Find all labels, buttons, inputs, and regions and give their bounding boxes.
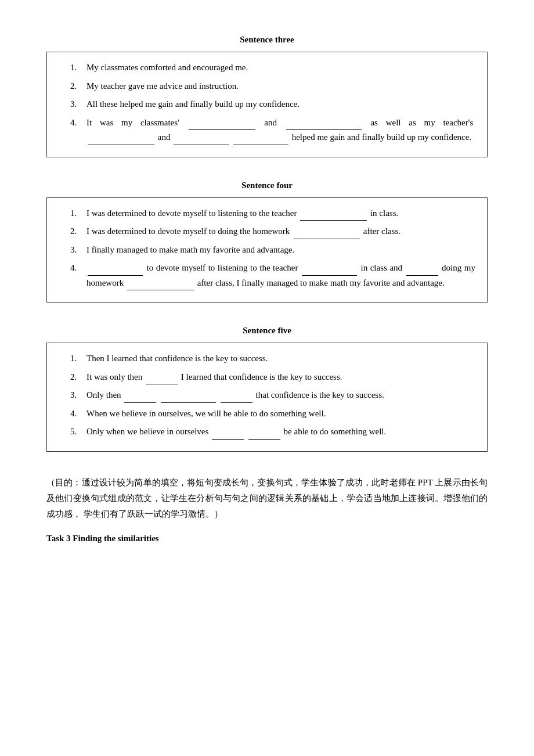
list-item: When we believe in ourselves, we will be… [70,406,475,422]
blank [406,267,438,276]
task3-title: Task 3 Finding the similarities [46,534,488,543]
sentence-four-section: Sentence four I was determined to devote… [46,181,488,303]
note-text: （目的：通过设计较为简单的填空，将短句变成长句，变换句式，学生体验了成功，此时老… [46,478,488,519]
item-text: Only when we believe in ourselves be abl… [86,424,475,440]
blank [300,212,367,221]
sentence-four-list: I was determined to devote myself to lis… [59,206,475,291]
item-text: When we believe in ourselves, we will be… [86,406,475,422]
list-item: It was only then I learned that confiden… [70,370,475,385]
list-item: Only then that confidence is the key to … [70,388,475,403]
blank [233,136,288,145]
blank [221,394,252,403]
item-text: My teacher gave me advice and instructio… [86,79,475,94]
blank [286,121,362,130]
sentence-five-title: Sentence five [46,326,488,336]
list-item: My classmates comforted and encouraged m… [70,60,475,75]
sentence-four-box: I was determined to devote myself to lis… [46,197,488,303]
blank [212,431,244,440]
blank [88,136,154,145]
item-text: It was my classmates' and as well as my … [86,116,475,145]
list-item: to devote myself to listening to the tea… [70,261,475,290]
blank [146,376,178,384]
list-item: I was determined to devote myself to lis… [70,206,475,221]
list-item: It was my classmates' and as well as my … [70,116,475,145]
item-text: All these helped me gain and finally bui… [86,97,475,112]
item-text: I was determined to devote myself to doi… [86,224,475,239]
item-text: I was determined to devote myself to lis… [86,206,475,221]
sentence-five-list: Then I learned that confidence is the ke… [59,351,475,440]
item-text: to devote myself to listening to the tea… [86,261,475,290]
sentence-four-title: Sentence four [46,181,488,190]
item-text: Only then that confidence is the key to … [86,388,475,403]
item-text: It was only then I learned that confiden… [86,370,475,385]
sentence-three-list: My classmates comforted and encouraged m… [59,60,475,145]
sentence-five-section: Sentence five Then I learned that confid… [46,326,488,452]
sentence-three-title: Sentence three [46,35,488,45]
item-text: Then I learned that confidence is the ke… [86,351,475,366]
list-item: I was determined to devote myself to doi… [70,224,475,239]
blank [88,267,143,276]
blank [127,282,194,290]
list-item: Only when we believe in ourselves be abl… [70,424,475,440]
blank [174,136,229,145]
sentence-three-section: Sentence three My classmates comforted a… [46,35,488,157]
note-section: （目的：通过设计较为简单的填空，将短句变成长句，变换句式，学生体验了成功，此时老… [46,475,488,522]
list-item: All these helped me gain and finally bui… [70,97,475,112]
blank [161,394,216,403]
sentence-five-box: Then I learned that confidence is the ke… [46,343,488,452]
list-item: Then I learned that confidence is the ke… [70,351,475,366]
blank [124,394,156,403]
blank [302,267,357,276]
item-text: My classmates comforted and encouraged m… [86,60,475,75]
blank [248,431,280,440]
list-item: My teacher gave me advice and instructio… [70,79,475,94]
sentence-three-box: My classmates comforted and encouraged m… [46,52,488,157]
item-text: I finally managed to make math my favori… [86,243,475,258]
list-item: I finally managed to make math my favori… [70,243,475,258]
blank [293,231,360,239]
blank [189,121,255,130]
